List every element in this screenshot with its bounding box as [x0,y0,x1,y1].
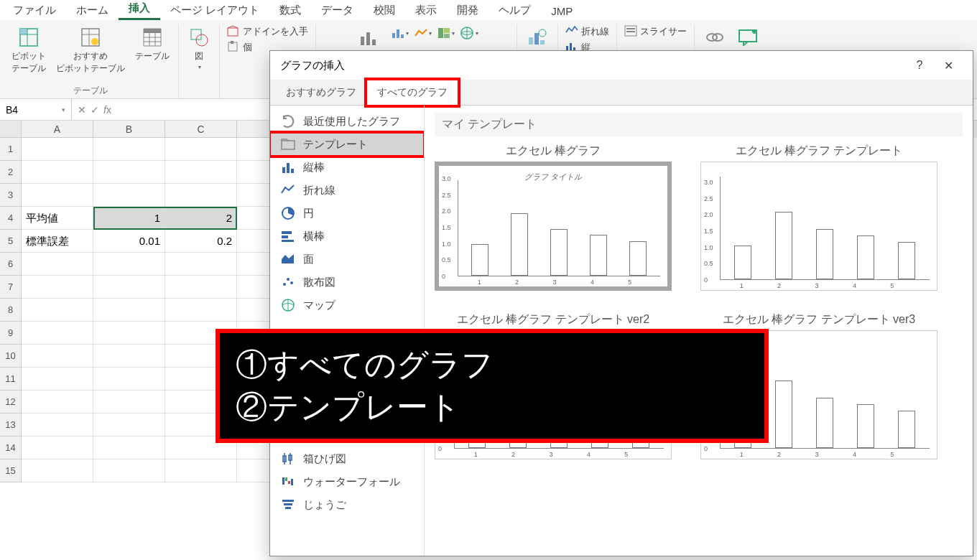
row-header[interactable]: 7 [0,276,22,299]
row-header[interactable]: 9 [0,322,22,345]
cell[interactable] [165,276,237,299]
column-chart-button[interactable] [390,24,410,42]
col-header[interactable]: A [22,121,93,138]
category-scatter[interactable]: 散布図 [270,271,424,294]
table-button[interactable]: テーブル [132,24,172,64]
get-addins-button[interactable]: アドインを入手 [226,24,310,39]
tab-all-charts[interactable]: すべてのグラフ [366,80,458,106]
row-header[interactable]: 11 [0,368,22,391]
cell[interactable] [93,391,165,414]
category-line[interactable]: 折れ線 [270,179,424,202]
ribbon-tab-7[interactable]: 表示 [405,1,447,20]
row-header[interactable]: 2 [0,161,22,184]
category-map[interactable]: マップ [270,294,424,317]
ribbon-tab-10[interactable]: JMP [541,2,583,20]
cell[interactable] [22,459,93,482]
row-header[interactable]: 1 [0,138,22,161]
fx-icon[interactable]: fx [103,104,111,116]
row-header[interactable]: 6 [0,253,22,276]
ribbon-tab-4[interactable]: 数式 [269,1,311,20]
category-area[interactable]: 面 [270,248,424,271]
category-bar[interactable]: 横棒 [270,225,424,248]
map-chart-button[interactable] [459,24,479,42]
confirm-formula-icon[interactable]: ✓ [91,104,99,116]
category-folder[interactable]: テンプレート [270,133,424,156]
cell[interactable] [93,459,165,482]
template-card[interactable]: エクセル 棒グラフグラフ タイトル00.51.01.52.02.53.01234… [435,144,672,291]
ribbon-tab-1[interactable]: ホーム [66,1,119,20]
slicer-button[interactable]: スライサー [623,24,688,39]
cell[interactable] [93,253,165,276]
ribbon-tab-8[interactable]: 開発 [447,1,488,20]
row-header[interactable]: 10 [0,345,22,368]
cell[interactable]: 標準誤差 [22,230,93,253]
row-header[interactable]: 3 [0,184,22,207]
cell[interactable]: 0.01 [93,230,165,253]
ribbon-tab-9[interactable]: ヘルプ [488,1,541,20]
category-boxwhisker[interactable]: 箱ひげ図 [270,447,424,470]
row-header[interactable]: 15 [0,459,22,482]
cell[interactable] [22,345,93,368]
cell[interactable] [93,368,165,391]
row-header[interactable]: 13 [0,414,22,437]
line-chart-button[interactable] [413,24,433,42]
cell[interactable]: 1 [93,207,165,230]
cell[interactable] [22,322,93,345]
row-header[interactable]: 8 [0,299,22,322]
cell[interactable] [93,161,165,184]
cell[interactable] [165,184,237,207]
cancel-formula-icon[interactable]: ✕ [78,104,86,116]
name-box[interactable]: B4 [0,99,72,120]
pivot-table-button[interactable]: ピボット テーブル [9,24,49,76]
ribbon-tab-6[interactable]: 校閲 [364,1,405,20]
cell[interactable] [93,437,165,459]
cell[interactable] [22,184,93,207]
category-funnel[interactable]: じょうご [270,493,424,516]
row-header[interactable]: 5 [0,230,22,253]
category-column[interactable]: 縦棒 [270,156,424,179]
cell[interactable] [22,437,93,459]
cell[interactable] [22,276,93,299]
cell[interactable] [165,299,237,322]
tab-recommended-charts[interactable]: おすすめグラフ [276,80,366,105]
recommend-pivot-button[interactable]: おすすめ ピボットテーブル [53,24,128,76]
link-button[interactable] [700,24,729,50]
cell[interactable] [93,345,165,368]
cell[interactable] [165,138,237,161]
cell[interactable] [22,161,93,184]
cell[interactable] [22,138,93,161]
cell[interactable] [165,253,237,276]
ribbon-tab-2[interactable]: 挿入 [119,0,160,20]
category-recent[interactable]: 最近使用したグラフ [270,110,424,133]
cell[interactable] [93,299,165,322]
cell[interactable] [93,138,165,161]
cell[interactable] [22,368,93,391]
sparkline-line-button[interactable]: 折れ線 [564,24,611,39]
illustrations-button[interactable]: 図 [185,24,213,72]
cell[interactable] [22,299,93,322]
ribbon-tab-0[interactable]: ファイル [3,1,66,20]
ribbon-tab-5[interactable]: データ [311,1,364,20]
cell[interactable] [22,391,93,414]
dialog-help-button[interactable]: ? [905,59,934,72]
cell[interactable] [93,276,165,299]
comment-button[interactable] [733,24,762,50]
cell[interactable] [22,253,93,276]
recommended-charts-button[interactable] [354,24,383,50]
cell[interactable]: 0.2 [165,230,237,253]
cell[interactable] [22,414,93,437]
category-pie[interactable]: 円 [270,202,424,225]
row-header[interactable]: 14 [0,437,22,459]
col-header[interactable]: C [165,121,237,138]
hierarchy-chart-button[interactable] [436,24,456,42]
col-header[interactable]: B [93,121,165,138]
cell[interactable] [165,161,237,184]
template-card[interactable]: エクセル 棒グラフ テンプレート00.51.01.52.02.53.012345 [700,144,937,291]
cell[interactable] [93,184,165,207]
dialog-close-button[interactable]: ✕ [934,59,963,73]
cell[interactable] [165,459,237,482]
cell[interactable]: 平均値 [22,207,93,230]
category-waterfall[interactable]: ウォーターフォール [270,470,424,493]
ribbon-tab-3[interactable]: ページ レイアウト [160,1,269,20]
cell[interactable] [93,414,165,437]
